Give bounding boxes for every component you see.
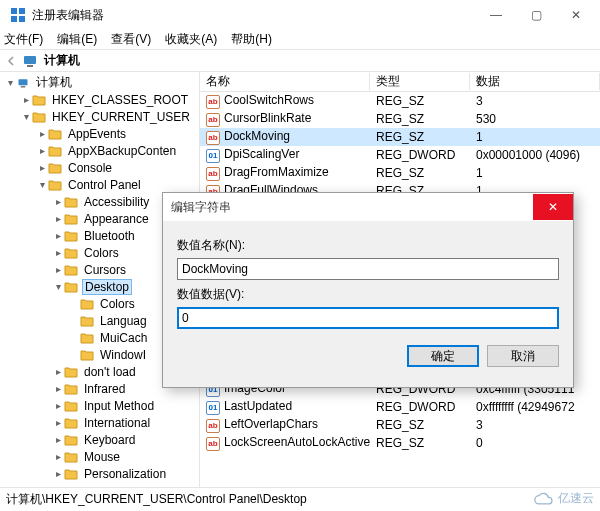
expander-icon[interactable]: ▾: [20, 111, 32, 122]
cell-type: REG_SZ: [370, 94, 470, 108]
menu-help[interactable]: 帮助(H): [231, 31, 272, 48]
tree-item-label: HKEY_CLASSES_ROOT: [50, 93, 190, 107]
tree-item-label: Input Method: [82, 399, 156, 413]
app-icon: [10, 7, 26, 23]
expander-icon[interactable]: ▾: [52, 281, 64, 292]
dialog-name-input[interactable]: [177, 258, 559, 280]
cell-name: abLeftOverlapChars: [200, 417, 370, 433]
list-row[interactable]: abDockMovingREG_SZ1: [200, 128, 600, 146]
tree-item-label: AppEvents: [66, 127, 128, 141]
expander-icon[interactable]: ▾: [4, 77, 16, 88]
tree-item[interactable]: ▸Console: [0, 159, 199, 176]
col-header-type[interactable]: 类型: [370, 73, 470, 90]
dialog-cancel-button[interactable]: 取消: [487, 345, 559, 367]
col-header-name[interactable]: 名称: [200, 73, 370, 90]
cell-name: 01LastUpdated: [200, 399, 370, 415]
cloud-icon: [534, 492, 554, 506]
tree-item[interactable]: ▸HKEY_CLASSES_ROOT: [0, 91, 199, 108]
expander-icon[interactable]: ▸: [52, 264, 64, 275]
cell-type: REG_DWORD: [370, 148, 470, 162]
expander-icon[interactable]: ▸: [36, 128, 48, 139]
expander-icon[interactable]: ▸: [52, 366, 64, 377]
cell-name: 01DpiScalingVer: [200, 147, 370, 163]
cell-name: abCursorBlinkRate: [200, 111, 370, 127]
expander-icon[interactable]: ▸: [52, 468, 64, 479]
menu-file[interactable]: 文件(F): [4, 31, 43, 48]
nav-back-icon[interactable]: [4, 54, 18, 68]
maximize-button[interactable]: ▢: [516, 1, 556, 29]
tree-item-label: Control Panel: [66, 178, 143, 192]
cell-data: 1: [470, 166, 600, 180]
list-row[interactable]: 01LastUpdatedREG_DWORD0xffffffff (429496…: [200, 398, 600, 416]
watermark-text: 亿速云: [558, 490, 594, 507]
list-row[interactable]: abLockScreenAutoLockActiveREG_SZ0: [200, 434, 600, 452]
nav-toolbar: 计算机: [0, 50, 600, 72]
address-root: 计算机: [44, 52, 80, 69]
svg-rect-7: [21, 86, 26, 88]
window-titlebar: 注册表编辑器 — ▢ ✕: [0, 0, 600, 30]
computer-icon: [22, 53, 38, 69]
expander-icon[interactable]: ▸: [20, 94, 32, 105]
string-icon: ab: [206, 419, 220, 433]
cell-name: abDockMoving: [200, 129, 370, 145]
tree-item-label: Keyboard: [82, 433, 137, 447]
tree-item[interactable]: ▸International: [0, 414, 199, 431]
list-row[interactable]: abCoolSwitchRowsREG_SZ3: [200, 92, 600, 110]
tree-item-label: Mouse: [82, 450, 122, 464]
menu-edit[interactable]: 编辑(E): [57, 31, 97, 48]
expander-icon[interactable]: ▸: [52, 434, 64, 445]
list-row[interactable]: abLeftOverlapCharsREG_SZ3: [200, 416, 600, 434]
close-button[interactable]: ✕: [556, 1, 596, 29]
tree-item[interactable]: ▸Personalization: [0, 465, 199, 482]
tree-item-label: Colors: [98, 297, 137, 311]
dialog-label-data: 数值数据(V):: [177, 286, 559, 303]
tree-item[interactable]: ▸Mouse: [0, 448, 199, 465]
cell-name: abDragFromMaximize: [200, 165, 370, 181]
expander-icon[interactable]: ▸: [52, 213, 64, 224]
minimize-button[interactable]: —: [476, 1, 516, 29]
tree-item-label: International: [82, 416, 152, 430]
cell-type: REG_DWORD: [370, 400, 470, 414]
dialog-data-input[interactable]: [177, 307, 559, 329]
cell-data: 0xffffffff (42949672: [470, 400, 600, 414]
tree-item-label: Cursors: [82, 263, 128, 277]
tree-item[interactable]: ▸AppEvents: [0, 125, 199, 142]
expander-icon[interactable]: ▸: [52, 196, 64, 207]
expander-icon[interactable]: ▸: [36, 162, 48, 173]
col-header-data[interactable]: 数据: [470, 73, 600, 90]
tree-item[interactable]: ▾Control Panel: [0, 176, 199, 193]
cell-data: 0: [470, 436, 600, 450]
tree-item-label: HKEY_CURRENT_USER: [50, 110, 192, 124]
tree-item-label: don't load: [82, 365, 138, 379]
cell-type: REG_SZ: [370, 436, 470, 450]
expander-icon[interactable]: ▸: [52, 230, 64, 241]
expander-icon[interactable]: ▸: [36, 145, 48, 156]
list-row[interactable]: abDragFromMaximizeREG_SZ1: [200, 164, 600, 182]
expander-icon[interactable]: ▸: [52, 451, 64, 462]
expander-icon[interactable]: ▸: [52, 400, 64, 411]
tree-item[interactable]: ▸AppXBackupConten: [0, 142, 199, 159]
list-row[interactable]: 01DpiScalingVerREG_DWORD0x00001000 (4096…: [200, 146, 600, 164]
expander-icon[interactable]: ▾: [36, 179, 48, 190]
tree-item-label: Colors: [82, 246, 121, 260]
expander-icon[interactable]: ▸: [52, 383, 64, 394]
window-title: 注册表编辑器: [32, 7, 476, 24]
expander-icon[interactable]: ▸: [52, 247, 64, 258]
dialog-label-name: 数值名称(N):: [177, 237, 559, 254]
tree-item[interactable]: ▸Input Method: [0, 397, 199, 414]
tree-item[interactable]: ▾HKEY_CURRENT_USER: [0, 108, 199, 125]
string-icon: ab: [206, 95, 220, 109]
tree-item[interactable]: ▸Keyboard: [0, 431, 199, 448]
expander-icon[interactable]: ▸: [52, 417, 64, 428]
tree-item-label: Infrared: [82, 382, 127, 396]
cell-data: 0x00001000 (4096): [470, 148, 600, 162]
dword-icon: 01: [206, 149, 220, 163]
tree-item-label: Console: [66, 161, 114, 175]
menu-view[interactable]: 查看(V): [111, 31, 151, 48]
list-row[interactable]: abCursorBlinkRateREG_SZ530: [200, 110, 600, 128]
cell-data: 3: [470, 418, 600, 432]
menu-favorites[interactable]: 收藏夹(A): [165, 31, 217, 48]
dialog-close-button[interactable]: ✕: [533, 194, 573, 220]
dialog-ok-button[interactable]: 确定: [407, 345, 479, 367]
tree-item[interactable]: ▾计算机: [0, 74, 199, 91]
